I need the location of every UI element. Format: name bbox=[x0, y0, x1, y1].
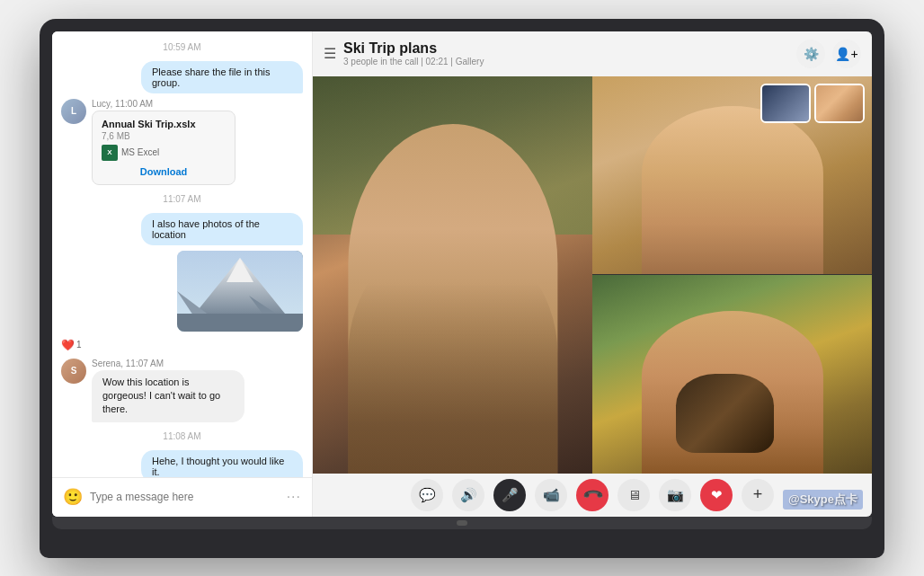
pip-video-1 bbox=[760, 84, 811, 123]
hamburger-icon[interactable]: ☰ bbox=[324, 45, 336, 62]
call-title-block: Ski Trip plans 3 people in the call | 02… bbox=[343, 40, 484, 66]
screen-content: 10:59 AM Please share the file in this g… bbox=[52, 31, 872, 517]
serena-msg-content: Serena, 11:07 AM Wow this location is go… bbox=[92, 359, 303, 422]
main-video-bg bbox=[313, 76, 592, 474]
video-bottom-right bbox=[592, 275, 872, 474]
chat-messages: 10:59 AM Please share the file in this g… bbox=[52, 31, 312, 477]
reaction-button[interactable]: ❤ bbox=[700, 479, 733, 511]
mic-icon: 🎤 bbox=[502, 487, 519, 503]
video-button[interactable]: 📹 bbox=[535, 479, 567, 511]
reaction-row: ❤️ 1 bbox=[61, 339, 303, 351]
main-video bbox=[313, 76, 592, 474]
screen-share-button[interactable]: 🖥 bbox=[617, 479, 650, 511]
call-header: ☰ Ski Trip plans 3 people in the call | … bbox=[313, 31, 872, 76]
svg-rect-5 bbox=[177, 314, 303, 332]
screen-icon: 🖥 bbox=[627, 487, 641, 502]
file-size: 7,6 MB bbox=[102, 131, 226, 141]
lucy-msg-content: Lucy, 11:00 AM Annual Ski Trip.xslx 7,6 … bbox=[92, 99, 303, 185]
chat-toggle-button[interactable]: 💬 bbox=[411, 479, 443, 511]
pip-videos bbox=[760, 84, 865, 123]
heart-reaction: ❤️ bbox=[61, 339, 75, 351]
timestamp-1108: 11:08 AM bbox=[61, 431, 303, 441]
pip-video-2 bbox=[814, 84, 865, 123]
settings-button[interactable]: ⚙️ bbox=[796, 40, 825, 68]
outgoing-msg-1: Please share the file in this group. bbox=[141, 61, 303, 93]
video-icon: 📹 bbox=[543, 487, 560, 503]
mic-button[interactable]: 🎤 bbox=[493, 479, 526, 511]
more-actions-button[interactable]: + bbox=[742, 479, 774, 511]
serena-msg-row: S Serena, 11:07 AM Wow this location is … bbox=[61, 359, 303, 422]
file-type-label: MS Excel bbox=[121, 147, 159, 157]
serena-bubble: Wow this location is gorgeous! I can't w… bbox=[92, 370, 244, 422]
reaction-count: 1 bbox=[76, 340, 82, 350]
lucy-sender-label: Lucy, 11:00 AM bbox=[92, 99, 303, 109]
heart-icon: ❤ bbox=[711, 487, 723, 503]
outgoing-msg-3: Hehe, I thought you would like it. bbox=[141, 450, 303, 477]
video-top-right bbox=[592, 76, 872, 276]
camera-icon: 📷 bbox=[667, 487, 684, 503]
end-call-button[interactable]: 📞 bbox=[576, 479, 609, 511]
avatar-serena: S bbox=[61, 359, 86, 384]
watermark: @Skype点卡 bbox=[783, 490, 863, 510]
more-options-button[interactable]: ··· bbox=[287, 489, 301, 505]
timestamp-1107: 11:07 AM bbox=[61, 194, 303, 204]
laptop-frame: 10:59 AM Please share the file in this g… bbox=[40, 19, 884, 558]
excel-icon: X bbox=[102, 145, 118, 161]
chat-panel: 10:59 AM Please share the file in this g… bbox=[52, 31, 313, 517]
plus-icon: + bbox=[753, 485, 763, 504]
right-videos bbox=[592, 76, 872, 474]
camera-button[interactable]: 📷 bbox=[659, 479, 691, 511]
chat-icon: 💬 bbox=[419, 487, 436, 503]
outgoing-msg-2: I also have photos of the location bbox=[141, 213, 303, 245]
laptop-notch bbox=[457, 520, 467, 526]
call-header-right: ⚙️ 👤+ bbox=[796, 40, 861, 68]
serena-sender-label: Serena, 11:07 AM bbox=[92, 359, 303, 368]
emoji-button[interactable]: 🙂 bbox=[63, 487, 83, 507]
laptop-screen: 10:59 AM Please share the file in this g… bbox=[52, 31, 872, 517]
end-call-icon: 📞 bbox=[581, 483, 604, 506]
volume-icon: 🔊 bbox=[460, 487, 477, 503]
file-card: Annual Ski Trip.xslx 7,6 MB X MS Excel D… bbox=[92, 111, 235, 185]
photo-thumbnail bbox=[177, 251, 303, 332]
file-title: Annual Ski Trip.xslx bbox=[102, 119, 226, 129]
download-button[interactable]: Download bbox=[102, 166, 226, 177]
volume-button[interactable]: 🔊 bbox=[452, 479, 484, 511]
timestamp-1059: 10:59 AM bbox=[61, 42, 303, 52]
chat-input-bar: 🙂 ··· bbox=[52, 477, 312, 517]
top-right-person bbox=[641, 106, 822, 274]
call-subtitle: 3 people in the call | 02:21 | Gallery bbox=[343, 57, 484, 66]
laptop-base bbox=[52, 517, 872, 529]
video-grid bbox=[313, 76, 872, 474]
avatar-lucy: L bbox=[61, 99, 86, 124]
call-title: Ski Trip plans bbox=[343, 40, 484, 57]
add-person-button[interactable]: 👤+ bbox=[832, 40, 861, 68]
lucy-file-row: L Lucy, 11:00 AM Annual Ski Trip.xslx 7,… bbox=[61, 99, 303, 185]
chat-input[interactable] bbox=[90, 491, 280, 503]
file-type-row: X MS Excel bbox=[102, 145, 226, 161]
video-call-panel: ☰ Ski Trip plans 3 people in the call | … bbox=[313, 31, 872, 517]
